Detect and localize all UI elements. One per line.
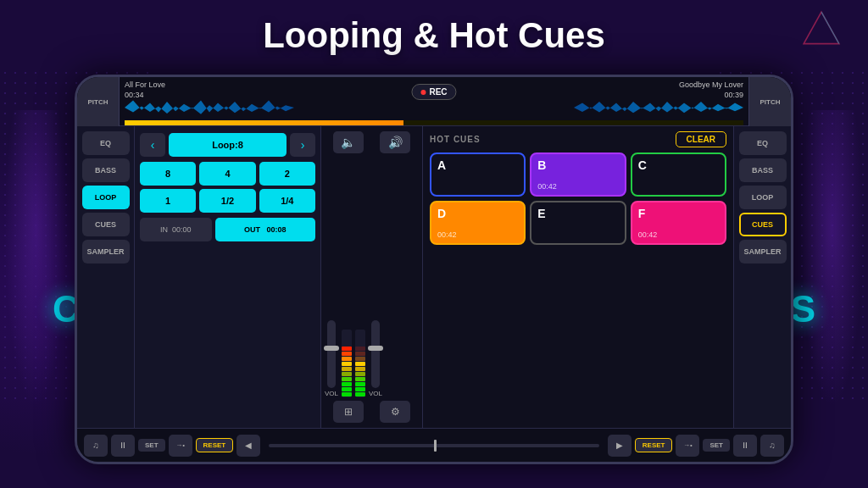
right-cues-button[interactable]: CUES	[739, 213, 787, 236]
left-fader-track[interactable]	[327, 320, 336, 388]
loop-grid: 8 4 2 1 1/2 1/4	[140, 162, 315, 213]
left-track-name: All For Love	[125, 80, 165, 89]
page-title: Looping & Hot Cues	[0, 15, 868, 56]
left-fader-handle[interactable]	[324, 346, 339, 351]
loop-cell-4[interactable]: 4	[199, 162, 255, 186]
next-right-button[interactable]: ▶	[608, 435, 632, 457]
clear-button[interactable]: CLEAR	[676, 131, 726, 147]
left-vol-label: VOL	[325, 390, 338, 397]
transport-track[interactable]	[269, 444, 599, 447]
loop-display: Loop:8	[169, 133, 287, 157]
cue-d-label: D	[437, 207, 518, 220]
transport-right: ▶ RESET →• SET ⏸ ♫	[608, 435, 784, 457]
right-fader-handle[interactable]	[368, 346, 383, 351]
loop-out-point[interactable]: OUT 00:08	[215, 218, 315, 241]
phone-frame: PITCH All For Love 00:34 REC Goodbye My …	[75, 75, 793, 464]
mixer-bottom-icons: ⊞ ⚙	[325, 401, 419, 423]
transport-center	[260, 444, 608, 447]
left-vu-meter	[342, 330, 352, 397]
rec-indicator	[420, 90, 426, 95]
hot-cues-title: HOT CUES	[430, 135, 481, 144]
pitch-button-left[interactable]: PITCH	[77, 77, 120, 126]
arrow-dot-right-button[interactable]: →•	[676, 435, 699, 457]
right-vol-label: VOL	[369, 390, 382, 397]
cue-c-label: C	[638, 158, 719, 172]
grid-icon[interactable]: ⊞	[333, 401, 364, 423]
waveform-progress-fill	[125, 120, 403, 125]
loop-controls-panel: ‹ Loop:8 › 8 4 2 1 1/2 1/4 IN 00:00 OUT …	[135, 126, 321, 428]
cue-a-label: A	[437, 158, 518, 172]
loop-prev-button[interactable]: ‹	[140, 133, 165, 157]
rec-button[interactable]: REC	[411, 84, 456, 100]
loop-nav: ‹ Loop:8 ›	[140, 133, 315, 157]
prev-left-button[interactable]: ◀	[236, 435, 260, 457]
loop-cell-half[interactable]: 1/2	[199, 189, 255, 213]
loop-cell-1[interactable]: 1	[140, 189, 196, 213]
deco-left	[4, 110, 68, 407]
pause-left-button[interactable]: ⏸	[111, 435, 135, 457]
left-eq-button[interactable]: EQ	[82, 131, 130, 155]
cue-b-button[interactable]: B 00:42	[530, 152, 626, 197]
right-fader-track[interactable]	[371, 320, 380, 388]
right-loop-button[interactable]: LOOP	[739, 186, 787, 209]
set-right-button[interactable]: SET	[703, 439, 730, 452]
loop-points: IN 00:00 OUT 00:08	[140, 218, 315, 241]
cue-f-button[interactable]: F 00:42	[631, 201, 726, 245]
left-track-time: 00:34	[125, 91, 144, 99]
left-loop-button[interactable]: LOOP	[82, 186, 130, 209]
speaker-left-icon[interactable]: 🔈	[333, 131, 364, 153]
cue-e-button[interactable]: E	[530, 201, 626, 245]
cue-a-button[interactable]: A	[430, 152, 526, 197]
transport-bar: ♫ ⏸ SET →• RESET ◀ ▶ RESET →• SET ⏸ ♫	[77, 428, 791, 462]
loop-cell-8[interactable]: 8	[140, 162, 196, 186]
right-sampler-button[interactable]: SAMPLER	[739, 240, 787, 263]
reset-left-button[interactable]: RESET	[196, 438, 234, 452]
loop-cell-quarter[interactable]: 1/4	[259, 189, 315, 213]
music-note-left-button[interactable]: ♫	[84, 435, 108, 457]
mixer-panel: 🔈 🔊 VOL	[321, 126, 423, 428]
left-cues-button[interactable]: CUES	[82, 213, 130, 236]
cue-c-button[interactable]: C	[631, 152, 726, 197]
loop-cell-2[interactable]: 2	[259, 162, 315, 186]
settings-icon[interactable]: ⚙	[380, 401, 410, 423]
loop-in-point[interactable]: IN 00:00	[140, 218, 212, 241]
transport-left: ♫ ⏸ SET →• RESET ◀	[84, 435, 260, 457]
left-bass-button[interactable]: BASS	[82, 158, 130, 182]
reset-right-button[interactable]: RESET	[635, 438, 673, 452]
hot-cues-panel: HOT CUES CLEAR A B 00:42 C D	[423, 126, 733, 428]
deco-right	[800, 110, 864, 407]
cue-d-button[interactable]: D 00:42	[430, 201, 526, 245]
arrow-dot-left-button[interactable]: →•	[169, 435, 192, 457]
cue-e-label: E	[537, 207, 618, 220]
pause-right-button[interactable]: ⏸	[733, 435, 757, 457]
cue-b-time: 00:42	[537, 182, 557, 191]
left-panel: EQ BASS LOOP CUES SAMPLER	[77, 126, 135, 428]
waveform-progress-bar	[125, 120, 743, 125]
cue-b-label: B	[537, 158, 618, 172]
faders-area: VOL	[325, 158, 419, 397]
transport-needle	[434, 440, 437, 452]
music-note-right-button[interactable]: ♫	[760, 435, 784, 457]
cue-f-time: 00:42	[638, 230, 658, 239]
set-left-button[interactable]: SET	[138, 439, 165, 452]
cue-d-time: 00:42	[437, 230, 457, 239]
hot-cues-header: HOT CUES CLEAR	[430, 131, 726, 147]
waveform-left	[125, 96, 294, 119]
main-content: EQ BASS LOOP CUES SAMPLER ‹ Loop:8 › 8 4…	[77, 126, 791, 428]
speaker-right-icon[interactable]: 🔊	[380, 131, 410, 153]
loop-next-button[interactable]: ›	[290, 133, 315, 157]
right-panel: EQ BASS LOOP CUES SAMPLER	[733, 126, 791, 428]
right-fader-col: VOL	[369, 320, 382, 397]
waveform-right	[574, 96, 743, 119]
cue-f-label: F	[638, 207, 719, 220]
left-fader-col: VOL	[325, 320, 338, 397]
right-track-time: 00:39	[724, 91, 743, 99]
waveform-area: PITCH All For Love 00:34 REC Goodbye My …	[77, 77, 791, 126]
right-bass-button[interactable]: BASS	[739, 158, 787, 182]
right-vu-meter	[355, 330, 365, 397]
pitch-button-right[interactable]: PITCH	[748, 77, 791, 126]
mixer-top-icons: 🔈 🔊	[325, 131, 419, 153]
right-track-name: Goodbye My Lover	[679, 80, 743, 89]
right-eq-button[interactable]: EQ	[739, 131, 787, 155]
left-sampler-button[interactable]: SAMPLER	[82, 240, 130, 263]
